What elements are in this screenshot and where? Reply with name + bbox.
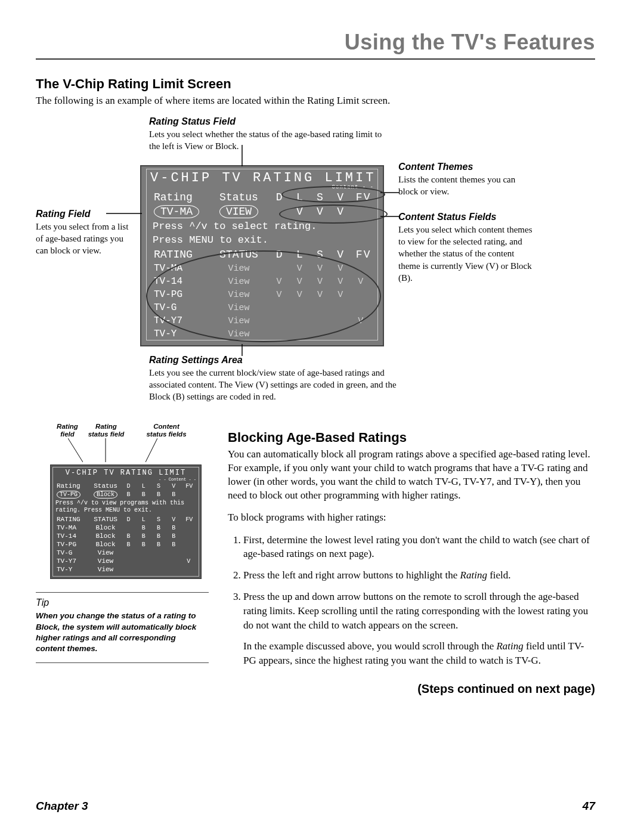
osd-list-hdr-status: STATUS (210, 249, 267, 261)
figure-1: Rating Status Field Lets you select whet… (36, 116, 595, 408)
mini-osd-screen: V-CHIP TV RATING LIMIT - - Content - - R… (50, 465, 202, 579)
ct-val (356, 206, 367, 218)
osd-instr1: Press ^/v to select rating. (153, 220, 374, 233)
annot-heading: Content Themes (398, 162, 530, 172)
mini-label: Rating (57, 423, 78, 430)
ct-col: L (295, 191, 305, 203)
ct-val: B (156, 491, 162, 498)
ct-val: V (336, 206, 346, 218)
osd-list-header: RATING STATUS D L S V FV (150, 247, 374, 262)
osd-list-row: TV-MAViewVVV (150, 262, 374, 275)
tip-heading: Tip (36, 597, 206, 608)
section-heading-vchip: The V-Chip Rating Limit Screen (36, 76, 595, 92)
section2-p2: To block programs with higher ratings: (228, 511, 595, 525)
mini-osd-labels: Rating field Rating status field Content… (50, 423, 205, 438)
mini-list-row: TV-Y7ViewV (55, 557, 196, 565)
footer-chapter: Chapter 3 (36, 800, 88, 813)
ct-val: B (126, 491, 132, 498)
steps-list: First, determine the lowest level rating… (228, 533, 595, 668)
mini-list-row: TV-GView (55, 549, 196, 557)
annot-rating-settings-area: Rating Settings Area Lets you see the cu… (149, 355, 411, 403)
mini-label: status fields (146, 431, 186, 438)
ct-val: B (141, 491, 147, 498)
annot-content-themes: Content Themes Lists the content themes … (398, 162, 530, 198)
osd-selected-row: TV-MA VIEW V V V (150, 205, 374, 219)
ct-val: B (171, 491, 177, 498)
ct-col: L (295, 249, 305, 261)
step-item: First, determine the lowest level rating… (243, 533, 595, 562)
ct-col: S (156, 516, 162, 523)
annot-text: Lists the content themes you can block o… (398, 174, 530, 198)
osd-screen: V-CHIP TV RATING LIMIT - - Content - - R… (140, 165, 384, 346)
header-rule (36, 58, 595, 60)
annot-text: Lets you see the current block/view stat… (149, 367, 411, 403)
step-item: Press the up and down arrow buttons on t… (243, 590, 595, 668)
osd-hdr-status: Status (210, 191, 267, 203)
mini-sel-status: Block (94, 491, 117, 498)
ct-col: FV (185, 483, 191, 490)
mini-label: status field (88, 431, 125, 438)
ct-col: V (171, 483, 177, 490)
page-header-title: Using the TV's Features (36, 30, 595, 55)
mini-list-row: TV-YView (55, 565, 196, 574)
osd-list-row: TV-Y7ViewV (150, 314, 374, 327)
ct-col: L (141, 516, 147, 523)
annot-heading: Rating Settings Area (149, 355, 411, 366)
ct-col: V (336, 249, 346, 261)
ct-col: FV (185, 516, 191, 523)
ct-col: L (141, 483, 147, 490)
ct-col: D (274, 249, 285, 261)
mini-hdr-status: Status (90, 482, 121, 490)
annot-heading: Rating Status Field (149, 116, 388, 127)
mini-list-hdr-status: STATUS (90, 516, 121, 523)
osd-instr2: Press MENU to exit. (153, 234, 374, 246)
ct-col: S (315, 191, 326, 203)
ct-val: V (315, 206, 326, 218)
ct-col: D (274, 191, 285, 203)
annot-rating-status-field: Rating Status Field Lets you select whet… (149, 116, 388, 153)
ct-col: FV (356, 191, 367, 203)
annot-rating-field: Rating Field Lets you select from a list… (36, 209, 137, 257)
ct-val (185, 491, 191, 498)
osd-header-row: Rating Status D L S V FV (150, 190, 374, 205)
osd-sel-rating: TV-MA (154, 205, 199, 218)
ct-col: D (126, 516, 132, 523)
ct-val: V (295, 206, 305, 218)
ct-col: V (171, 516, 177, 523)
annot-content-status-fields: Content Status Fields Lets you select wh… (398, 212, 535, 284)
ct-col: S (315, 249, 326, 261)
tip-block: Tip When you change the status of a rati… (36, 592, 209, 663)
svg-line-7 (145, 438, 157, 462)
osd-list-row: TV-14ViewVVVVV (150, 275, 374, 288)
ct-val (274, 206, 285, 218)
section1-intro: The following is an example of where ite… (36, 94, 595, 108)
mini-osd-title: V-CHIP TV RATING LIMIT (55, 469, 196, 477)
annot-heading: Rating Field (36, 209, 137, 219)
mini-hdr-rating: Rating (55, 482, 90, 490)
ct-col: S (156, 483, 162, 490)
mini-list-hdr-rating: RATING (55, 516, 90, 523)
osd-sel-status: VIEW (219, 205, 258, 218)
tip-text: When you change the status of a rating t… (36, 611, 206, 654)
osd-list-row: TV-YView (150, 327, 374, 340)
section-heading-blocking: Blocking Age-Based Ratings (228, 430, 595, 445)
mini-list-row: TV-14BlockBBBB (55, 532, 196, 540)
step-item: Press the left and right arrow buttons t… (243, 568, 595, 583)
ct-col: V (336, 191, 346, 203)
continued-note: (Steps continued on next page) (228, 682, 595, 696)
mini-instr: Press ^/v to view programs with this rat… (55, 500, 196, 514)
mini-label: Content (153, 423, 179, 430)
ct-col: D (126, 483, 132, 490)
mini-label: Rating (95, 423, 117, 430)
mini-list-row: TV-MABlockBBB (55, 524, 196, 532)
section2-p1: You can automatically block all program … (228, 448, 595, 503)
svg-line-5 (68, 438, 83, 462)
osd-list-row: TV-GView (150, 301, 374, 314)
footer-page-number: 47 (583, 800, 595, 813)
annot-heading: Content Status Fields (398, 212, 535, 222)
mini-sel-rating: TV-PG (57, 491, 80, 498)
annot-text: Lets you select from a list of age-based… (36, 221, 137, 257)
osd-title: V-CHIP TV RATING LIMIT (150, 171, 374, 185)
mini-osd-divider: - - Content - - (55, 477, 196, 482)
mini-list-row: TV-PGBlockBBBB (55, 540, 196, 549)
